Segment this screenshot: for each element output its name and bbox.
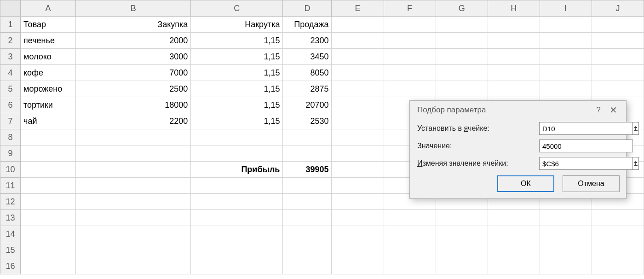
cell-J13[interactable] xyxy=(592,210,644,226)
cell-D12[interactable] xyxy=(283,194,332,210)
cell-B5[interactable]: 2500 xyxy=(76,81,191,97)
cell-D4[interactable]: 8050 xyxy=(283,65,332,81)
cell-G14[interactable] xyxy=(436,226,488,242)
cell-D16[interactable] xyxy=(283,258,332,274)
cell-E3[interactable] xyxy=(332,49,384,65)
cell-D13[interactable] xyxy=(283,210,332,226)
cell-B6[interactable]: 18000 xyxy=(76,97,191,113)
cell-A3[interactable]: молоко xyxy=(21,49,76,65)
cell-H1[interactable] xyxy=(488,17,540,33)
collapse-dialog-icon[interactable] xyxy=(633,122,639,135)
help-icon[interactable]: ? xyxy=(591,103,606,117)
cell-H14[interactable] xyxy=(488,226,540,242)
cell-B9[interactable] xyxy=(76,145,191,162)
cell-J15[interactable] xyxy=(592,242,644,258)
cell-B8[interactable] xyxy=(76,129,191,145)
cell-I5[interactable] xyxy=(540,81,592,97)
row-header-13[interactable]: 13 xyxy=(0,210,21,226)
row-header-11[interactable]: 11 xyxy=(0,178,21,194)
cell-C9[interactable] xyxy=(191,145,283,162)
cell-I14[interactable] xyxy=(540,226,592,242)
cell-B10[interactable] xyxy=(76,162,191,178)
cell-D15[interactable] xyxy=(283,242,332,258)
row-header-9[interactable]: 9 xyxy=(0,145,21,162)
cell-C4[interactable]: 1,15 xyxy=(191,65,283,81)
cell-D9[interactable] xyxy=(283,145,332,162)
cell-E7[interactable] xyxy=(332,113,384,129)
cell-D11[interactable] xyxy=(283,178,332,194)
cell-B16[interactable] xyxy=(76,258,191,274)
cell-B11[interactable] xyxy=(76,178,191,194)
cell-B4[interactable]: 7000 xyxy=(76,65,191,81)
collapse-dialog-icon[interactable] xyxy=(633,157,639,170)
cell-B13[interactable] xyxy=(76,210,191,226)
cell-H3[interactable] xyxy=(488,49,540,65)
row-header-5[interactable]: 5 xyxy=(0,81,21,97)
cell-C14[interactable] xyxy=(191,226,283,242)
cell-J2[interactable] xyxy=(592,33,644,49)
cell-A9[interactable] xyxy=(21,145,76,162)
cell-B2[interactable]: 2000 xyxy=(76,33,191,49)
cell-A4[interactable]: кофе xyxy=(21,65,76,81)
cell-C2[interactable]: 1,15 xyxy=(191,33,283,49)
column-header-G[interactable]: G xyxy=(436,0,488,17)
cell-A11[interactable] xyxy=(21,178,76,194)
cell-H4[interactable] xyxy=(488,65,540,81)
cell-F5[interactable] xyxy=(384,81,436,97)
cell-B12[interactable] xyxy=(76,194,191,210)
cell-A10[interactable] xyxy=(21,162,76,178)
cell-J16[interactable] xyxy=(592,258,644,274)
cell-F3[interactable] xyxy=(384,49,436,65)
cell-H16[interactable] xyxy=(488,258,540,274)
cell-C12[interactable] xyxy=(191,194,283,210)
row-header-12[interactable]: 12 xyxy=(0,194,21,210)
cell-A16[interactable] xyxy=(21,258,76,274)
cell-C5[interactable]: 1,15 xyxy=(191,81,283,97)
cell-C11[interactable] xyxy=(191,178,283,194)
cell-I15[interactable] xyxy=(540,242,592,258)
cell-B1[interactable]: Закупка xyxy=(76,17,191,33)
column-header-B[interactable]: B xyxy=(76,0,191,17)
cell-G13[interactable] xyxy=(436,210,488,226)
cell-C16[interactable] xyxy=(191,258,283,274)
cell-A14[interactable] xyxy=(21,226,76,242)
cell-H13[interactable] xyxy=(488,210,540,226)
row-header-15[interactable]: 15 xyxy=(0,242,21,258)
cell-A2[interactable]: печенье xyxy=(21,33,76,49)
cell-A6[interactable]: тортики xyxy=(21,97,76,113)
cell-C7[interactable]: 1,15 xyxy=(191,113,283,129)
cell-F13[interactable] xyxy=(384,210,436,226)
cell-A13[interactable] xyxy=(21,210,76,226)
cell-G15[interactable] xyxy=(436,242,488,258)
cell-F1[interactable] xyxy=(384,17,436,33)
column-header-I[interactable]: I xyxy=(540,0,592,17)
cell-I13[interactable] xyxy=(540,210,592,226)
column-header-F[interactable]: F xyxy=(384,0,436,17)
column-header-D[interactable]: D xyxy=(283,0,332,17)
cell-D14[interactable] xyxy=(283,226,332,242)
cell-C3[interactable]: 1,15 xyxy=(191,49,283,65)
cell-G1[interactable] xyxy=(436,17,488,33)
cell-D2[interactable]: 2300 xyxy=(283,33,332,49)
cell-B7[interactable]: 2200 xyxy=(76,113,191,129)
cell-F16[interactable] xyxy=(384,258,436,274)
cell-A15[interactable] xyxy=(21,242,76,258)
row-header-8[interactable]: 8 xyxy=(0,129,21,145)
cell-C10[interactable]: Прибыль xyxy=(191,162,283,178)
cell-D8[interactable] xyxy=(283,129,332,145)
cell-F2[interactable] xyxy=(384,33,436,49)
cell-C1[interactable]: Накрутка xyxy=(191,17,283,33)
cell-H15[interactable] xyxy=(488,242,540,258)
cell-D6[interactable]: 20700 xyxy=(283,97,332,113)
cell-F4[interactable] xyxy=(384,65,436,81)
cell-C8[interactable] xyxy=(191,129,283,145)
cell-E13[interactable] xyxy=(332,210,384,226)
cell-J5[interactable] xyxy=(592,81,644,97)
cell-A1[interactable]: Товар xyxy=(21,17,76,33)
cell-G3[interactable] xyxy=(436,49,488,65)
column-header-H[interactable]: H xyxy=(488,0,540,17)
cell-E15[interactable] xyxy=(332,242,384,258)
cell-E12[interactable] xyxy=(332,194,384,210)
column-header-J[interactable]: J xyxy=(592,0,644,17)
row-header-4[interactable]: 4 xyxy=(0,65,21,81)
